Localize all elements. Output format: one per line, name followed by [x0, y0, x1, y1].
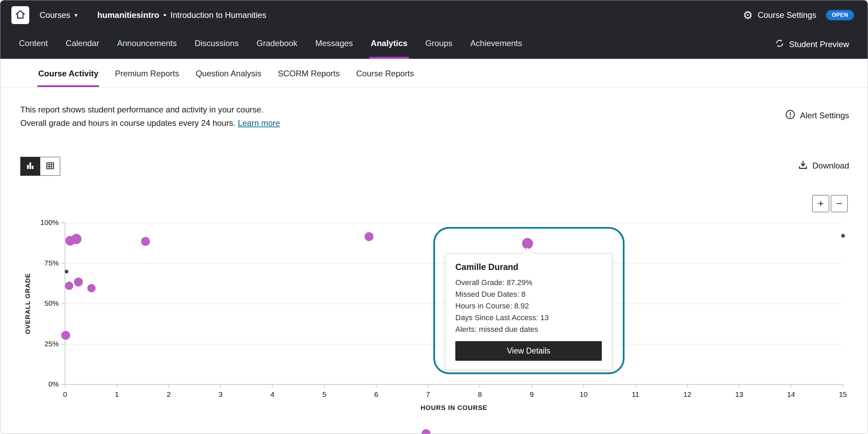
tooltip-days-since-access: Days Since Last Access: 13: [455, 312, 602, 324]
courses-dropdown[interactable]: Courses ▾: [40, 10, 77, 20]
alert-settings-button[interactable]: Alert Settings: [785, 109, 849, 122]
subtab-course-reports[interactable]: Course Reports: [356, 69, 415, 87]
x-tick-mark: [687, 384, 688, 388]
view-details-button[interactable]: View Details: [455, 341, 602, 361]
zoom-controls: + −: [812, 195, 848, 212]
bar-chart-icon: [25, 161, 35, 172]
chevron-down-icon: ▾: [74, 12, 77, 19]
data-point[interactable]: [841, 234, 845, 238]
learn-more-link[interactable]: Learn more: [238, 118, 280, 128]
tab-discussions[interactable]: Discussions: [193, 30, 240, 59]
x-tick-label: 8: [466, 390, 493, 399]
table-view-button[interactable]: [40, 157, 60, 176]
course-id: humanitiesintro: [97, 10, 159, 20]
zoom-out-button[interactable]: −: [831, 195, 848, 212]
y-tick-label: 0%: [28, 380, 59, 388]
subtab-question-analysis[interactable]: Question Analysis: [195, 69, 262, 87]
data-point[interactable]: [74, 278, 83, 286]
top-bar: Courses ▾ humanitiesintro • Introduction…: [0, 0, 868, 30]
data-point[interactable]: [61, 331, 70, 340]
data-point[interactable]: [65, 282, 73, 290]
x-tick-label: 9: [518, 390, 545, 399]
chart-view-button[interactable]: [20, 157, 40, 176]
student-preview-label: Student Preview: [789, 40, 849, 49]
x-axis-title: HOURS IN COURSE: [421, 404, 487, 412]
data-point[interactable]: [87, 284, 96, 292]
x-tick-label: 13: [725, 390, 753, 399]
tab-gradebook[interactable]: Gradebook: [255, 30, 299, 59]
gear-icon[interactable]: ⚙: [743, 10, 753, 21]
alert-icon: [785, 109, 796, 122]
course-settings-button[interactable]: Course Settings: [758, 10, 816, 20]
download-icon: [798, 159, 809, 172]
breadcrumb-separator: •: [163, 10, 166, 20]
y-tick-label: 50%: [28, 299, 59, 307]
student-preview-button[interactable]: Student Preview: [775, 30, 868, 59]
home-button[interactable]: [11, 6, 29, 24]
x-tick-mark: [739, 384, 739, 388]
tooltip-overall-grade: Overall Grade: 87.29%: [455, 277, 602, 289]
student-preview-icon: [775, 39, 784, 50]
subtab-premium-reports[interactable]: Premium Reports: [114, 69, 180, 87]
y-tick-label: 100%: [28, 218, 59, 227]
x-tick-mark: [220, 384, 221, 388]
tab-calendar[interactable]: Calendar: [64, 30, 100, 59]
report-description: This report shows student performance an…: [20, 103, 280, 130]
x-tick-label: 12: [674, 390, 701, 399]
course-nav-bar: Content Calendar Announcements Discussio…: [0, 30, 868, 59]
tab-achievements[interactable]: Achievements: [469, 30, 524, 59]
tooltip-student-name: Camille Durand: [455, 262, 602, 272]
x-tick-mark: [531, 384, 532, 388]
y-tick-mark: [61, 303, 65, 304]
tab-announcements[interactable]: Announcements: [116, 30, 178, 59]
zoom-in-button[interactable]: +: [812, 195, 829, 212]
subtab-course-activity[interactable]: Course Activity: [37, 69, 99, 87]
x-tick-label: 0: [51, 390, 79, 399]
report-description-line2: Overall grade and hours in course update…: [20, 116, 280, 130]
x-tick-mark: [791, 384, 791, 388]
y-tick-mark: [61, 344, 65, 345]
download-button[interactable]: Download: [798, 159, 849, 172]
courses-label: Courses: [40, 10, 70, 20]
download-label: Download: [812, 161, 849, 171]
x-tick-label: 5: [311, 390, 338, 399]
student-tooltip: Camille Durand Overall Grade: 87.29% Mis…: [445, 253, 612, 370]
open-status-badge[interactable]: OPEN: [826, 10, 854, 20]
x-tick-label: 7: [414, 390, 442, 399]
x-tick-label: 6: [362, 390, 390, 399]
data-point[interactable]: [141, 237, 150, 246]
analytics-subnav: Course Activity Premium Reports Question…: [0, 59, 868, 87]
x-tick-mark: [479, 384, 480, 388]
plot-area: Camille Durand Overall Grade: 87.29% Mis…: [65, 223, 843, 384]
x-tick-mark: [428, 384, 428, 388]
screen: Courses ▾ humanitiesintro • Introduction…: [0, 0, 868, 434]
data-point[interactable]: [65, 270, 68, 273]
y-gridline: [65, 223, 843, 223]
tab-groups[interactable]: Groups: [424, 30, 454, 59]
course-title: Introduction to Humanities: [170, 10, 266, 20]
x-tick-label: 11: [622, 390, 649, 399]
x-tick-mark: [843, 384, 843, 388]
x-axis-line: [65, 384, 843, 385]
x-tick-label: 2: [155, 390, 183, 399]
y-tick-label: 75%: [28, 259, 59, 267]
alert-settings-label: Alert Settings: [800, 111, 849, 120]
y-tick-mark: [61, 263, 65, 264]
tab-analytics[interactable]: Analytics: [369, 30, 409, 59]
tooltip-missed-due-dates: Missed Due Dates: 8: [455, 289, 602, 300]
breadcrumb: humanitiesintro • Introduction to Humani…: [97, 10, 266, 20]
x-tick-mark: [635, 384, 636, 388]
subtab-scorm-reports[interactable]: SCORM Reports: [277, 69, 340, 87]
data-point[interactable]: [365, 232, 373, 241]
x-tick-mark: [117, 384, 117, 388]
x-tick-label: 3: [207, 390, 234, 399]
tab-messages[interactable]: Messages: [314, 30, 354, 59]
x-tick-mark: [65, 384, 65, 388]
x-tick-mark: [169, 384, 169, 388]
x-tick-label: 1: [103, 390, 131, 399]
data-point-partial[interactable]: [422, 429, 431, 434]
x-tick-mark: [376, 384, 377, 388]
tooltip-hours-in-course: Hours in Course: 8.92: [455, 300, 602, 312]
data-point[interactable]: [71, 234, 82, 244]
tab-content[interactable]: Content: [18, 30, 49, 59]
